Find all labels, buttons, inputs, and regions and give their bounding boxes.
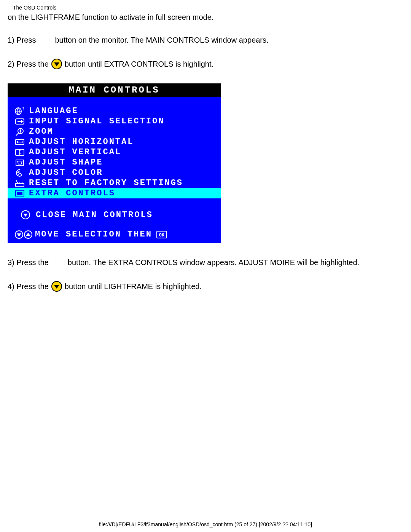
page: The OSD Controls on the LIGHTFRAME funct… — [0, 0, 411, 532]
step-2-prefix: 2) Press the — [8, 60, 49, 69]
osd-item-adjust-vertical[interactable]: ADJUST VERTICAL — [8, 147, 221, 157]
osd-title: MAIN CONTROLS — [8, 84, 221, 97]
step-3-suffix: button. The EXTRA CONTROLS window appear… — [68, 258, 359, 267]
svg-marker-7 — [21, 120, 24, 123]
svg-marker-18 — [19, 150, 21, 151]
adjust-color-icon — [14, 168, 29, 177]
osd-item-input-signal[interactable]: INPUT SIGNAL SELECTION — [8, 116, 221, 126]
osd-item-adjust-shape[interactable]: ADJUST SHAPE — [8, 157, 221, 168]
step-1: 1) Press button on the monitor. The MAIN… — [8, 36, 403, 45]
svg-rect-20 — [16, 160, 24, 165]
osd-item-label: LANGUAGE — [29, 106, 78, 116]
step-4-prefix: 4) Press the — [8, 282, 49, 291]
step-2: 2) Press the button until EXTRA CONTROLS… — [8, 58, 403, 70]
ok-icon: OK — [156, 230, 167, 239]
intro-text: on the LIGHTFRAME function to activate i… — [8, 12, 403, 22]
step-2-suffix: button until EXTRA CONTROLS is highlight… — [65, 60, 213, 69]
svg-marker-19 — [19, 153, 21, 155]
svg-text:OK: OK — [159, 232, 165, 238]
svg-point-23 — [21, 174, 22, 176]
svg-marker-15 — [22, 141, 23, 143]
down-button-icon — [51, 281, 62, 292]
adjust-horizontal-icon — [14, 137, 29, 147]
osd-item-language[interactable]: ? LANGUAGE — [8, 106, 221, 116]
zoom-icon — [14, 127, 29, 136]
osd-item-label: ADJUST SHAPE — [29, 158, 103, 167]
input-signal-icon — [14, 117, 29, 126]
osd-item-label: INPUT SIGNAL SELECTION — [29, 117, 164, 126]
svg-point-22 — [18, 174, 19, 175]
osd-item-reset-factory[interactable]: RESET TO FACTORY SETTINGS — [8, 178, 221, 188]
osd-close-label: CLOSE MAIN CONTROLS — [36, 210, 153, 220]
adjust-shape-icon — [14, 158, 29, 167]
osd-item-label: ADJUST HORIZONTAL — [29, 137, 134, 147]
osd-item-label: EXTRA CONTROLS — [29, 189, 115, 198]
svg-marker-36 — [17, 233, 21, 236]
svg-line-9 — [16, 133, 19, 136]
page-footer: file:///D|/EDFU/LF3/lf3manual/english/OS… — [0, 521, 411, 527]
osd-item-extra-controls[interactable]: EXTRA CONTROLS — [8, 188, 221, 198]
step-4-suffix: button until LIGHTFRAME is highlighted. — [65, 282, 202, 291]
step-4: 4) Press the button until LIGHTFRAME is … — [8, 281, 403, 292]
factory-icon — [14, 179, 29, 188]
osd-item-adjust-horizontal[interactable]: ADJUST HORIZONTAL — [8, 137, 221, 147]
svg-rect-24 — [16, 184, 24, 186]
osd-item-zoom[interactable]: ZOOM — [8, 126, 221, 137]
osd-footer-label: MOVE SELECTION THEN — [35, 230, 152, 239]
osd-footer: MOVE SELECTION THEN OK — [8, 220, 221, 241]
osd-close-row[interactable]: CLOSE MAIN CONTROLS — [8, 209, 221, 220]
adjust-vertical-icon — [14, 148, 29, 157]
down-button-icon — [51, 58, 62, 70]
page-header-title: The OSD Controls — [8, 5, 403, 11]
osd-body: ? LANGUAGE INPUT SIGNAL SELECTION — [8, 97, 221, 243]
step-3-prefix: 3) Press the — [8, 258, 49, 267]
svg-marker-14 — [16, 141, 18, 143]
svg-text:?: ? — [22, 107, 24, 111]
svg-point-21 — [17, 171, 18, 173]
close-down-icon — [21, 210, 36, 220]
osd-item-label: ZOOM — [29, 127, 54, 136]
move-selection-icons — [14, 230, 35, 239]
extra-controls-icon — [14, 189, 29, 198]
step-1-suffix: button on the monitor. The MAIN CONTROLS… — [55, 36, 268, 45]
osd-item-label: ADJUST VERTICAL — [29, 147, 121, 157]
svg-marker-38 — [26, 233, 30, 236]
language-icon: ? — [14, 107, 29, 116]
osd-item-label: ADJUST COLOR — [29, 168, 103, 177]
osd-item-adjust-color[interactable]: ADJUST COLOR — [8, 168, 221, 178]
osd-panel: MAIN CONTROLS ? LANGUAGE — [8, 83, 221, 243]
osd-spacer — [8, 198, 221, 209]
step-1-prefix: 1) Press — [8, 36, 36, 45]
step-3: 3) Press the button. The EXTRA CONTROLS … — [8, 258, 403, 267]
osd-item-label: RESET TO FACTORY SETTINGS — [29, 178, 183, 188]
svg-marker-34 — [23, 214, 28, 217]
